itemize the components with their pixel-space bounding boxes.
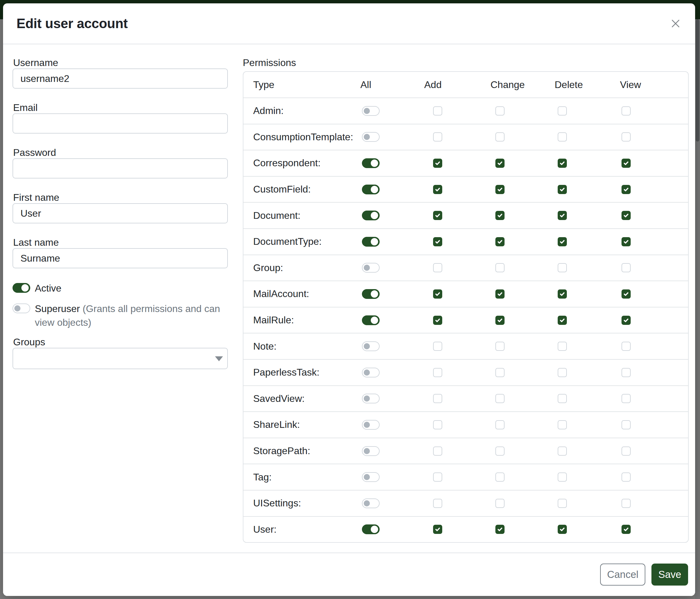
permission-add-checkbox[interactable]	[433, 499, 442, 508]
permission-add-checkbox[interactable]	[433, 473, 442, 482]
permission-view-checkbox[interactable]	[622, 106, 631, 116]
permission-add-checkbox[interactable]	[433, 289, 442, 298]
permission-view-checkbox[interactable]	[622, 499, 631, 508]
permission-view-checkbox[interactable]	[622, 342, 631, 351]
permission-change-checkbox[interactable]	[495, 525, 504, 534]
permission-all-toggle[interactable]	[362, 237, 380, 247]
permission-add-checkbox[interactable]	[433, 447, 442, 456]
username-input[interactable]	[12, 69, 228, 89]
permission-change-checkbox[interactable]	[495, 289, 504, 298]
permission-change-checkbox[interactable]	[495, 394, 504, 403]
permission-add-checkbox[interactable]	[433, 132, 442, 142]
close-button[interactable]	[667, 15, 684, 32]
permission-view-checkbox[interactable]	[622, 368, 631, 377]
permission-add-checkbox[interactable]	[433, 159, 442, 168]
save-button[interactable]: Save	[651, 564, 688, 585]
permission-view-checkbox[interactable]	[622, 289, 631, 298]
permission-all-toggle[interactable]	[362, 315, 380, 325]
permission-add-checkbox[interactable]	[433, 106, 442, 116]
permission-delete-checkbox[interactable]	[558, 289, 567, 298]
permission-add-checkbox[interactable]	[433, 263, 442, 272]
permission-change-checkbox[interactable]	[495, 132, 504, 142]
permission-view-checkbox[interactable]	[622, 211, 631, 220]
permission-delete-checkbox[interactable]	[558, 106, 567, 116]
permission-add-checkbox[interactable]	[433, 211, 442, 220]
permission-delete-checkbox[interactable]	[558, 420, 567, 429]
permission-delete-checkbox[interactable]	[558, 316, 567, 325]
permission-change-checkbox[interactable]	[495, 237, 504, 246]
permission-view-checkbox[interactable]	[622, 159, 631, 168]
permission-change-checkbox[interactable]	[495, 473, 504, 482]
permission-add-checkbox[interactable]	[433, 185, 442, 194]
permission-all-toggle[interactable]	[362, 524, 380, 534]
check-icon	[434, 317, 441, 324]
email-input[interactable]	[12, 113, 228, 134]
permission-change-checkbox[interactable]	[495, 499, 504, 508]
permission-add-checkbox[interactable]	[433, 394, 442, 403]
permission-all-toggle[interactable]	[362, 446, 380, 456]
permission-change-checkbox[interactable]	[495, 368, 504, 377]
permission-change-checkbox[interactable]	[495, 185, 504, 194]
permission-delete-checkbox[interactable]	[558, 211, 567, 220]
permission-all-toggle[interactable]	[362, 420, 380, 430]
permission-change-checkbox[interactable]	[495, 342, 504, 351]
permission-add-checkbox[interactable]	[433, 525, 442, 534]
permission-all-toggle[interactable]	[362, 393, 380, 403]
permission-all-toggle[interactable]	[362, 132, 380, 142]
permission-view-checkbox[interactable]	[622, 420, 631, 429]
permission-change-checkbox[interactable]	[495, 159, 504, 168]
permission-delete-checkbox[interactable]	[558, 499, 567, 508]
password-input[interactable]	[12, 158, 228, 178]
permission-delete-checkbox[interactable]	[558, 473, 567, 482]
permission-all-toggle[interactable]	[362, 341, 380, 351]
last-name-input[interactable]	[12, 248, 228, 268]
permissions-table-header: TypeAllAddChangeDeleteView	[243, 72, 688, 97]
permission-change-checkbox[interactable]	[495, 211, 504, 220]
permission-view-checkbox[interactable]	[622, 237, 631, 246]
permission-row: MailRule:	[243, 307, 688, 333]
permission-delete-checkbox[interactable]	[558, 394, 567, 403]
permission-all-toggle[interactable]	[362, 106, 380, 116]
permission-all-toggle[interactable]	[362, 289, 380, 299]
permission-delete-checkbox[interactable]	[558, 159, 567, 168]
permission-view-checkbox[interactable]	[622, 263, 631, 272]
permission-all-toggle[interactable]	[362, 499, 380, 508]
permission-all-toggle[interactable]	[362, 472, 380, 482]
permission-add-checkbox[interactable]	[433, 368, 442, 377]
permission-view-checkbox[interactable]	[622, 185, 631, 194]
superuser-toggle[interactable]	[12, 304, 30, 313]
permission-delete-checkbox[interactable]	[558, 368, 567, 377]
permission-view-checkbox[interactable]	[622, 447, 631, 456]
groups-select[interactable]	[12, 348, 228, 369]
permission-all-toggle[interactable]	[362, 158, 380, 168]
permission-change-checkbox[interactable]	[495, 447, 504, 456]
permission-add-checkbox[interactable]	[433, 237, 442, 246]
permission-delete-checkbox[interactable]	[558, 447, 567, 456]
permission-add-checkbox[interactable]	[433, 342, 442, 351]
permission-add-checkbox[interactable]	[433, 316, 442, 325]
permission-type-label: PaperlessTask:	[253, 367, 320, 378]
first-name-input[interactable]	[12, 203, 228, 223]
permission-delete-checkbox[interactable]	[558, 185, 567, 194]
permission-delete-checkbox[interactable]	[558, 132, 567, 142]
permission-change-checkbox[interactable]	[495, 316, 504, 325]
permission-all-toggle[interactable]	[362, 185, 380, 194]
cancel-button[interactable]: Cancel	[600, 564, 645, 585]
permission-all-toggle[interactable]	[362, 368, 380, 378]
permission-view-checkbox[interactable]	[622, 473, 631, 482]
permission-add-checkbox[interactable]	[433, 420, 442, 429]
permission-view-checkbox[interactable]	[622, 525, 631, 534]
permission-delete-checkbox[interactable]	[558, 525, 567, 534]
permission-view-checkbox[interactable]	[622, 132, 631, 142]
permission-change-checkbox[interactable]	[495, 420, 504, 429]
active-toggle[interactable]	[12, 283, 30, 293]
permission-change-checkbox[interactable]	[495, 106, 504, 116]
permission-view-checkbox[interactable]	[622, 394, 631, 403]
permission-all-toggle[interactable]	[362, 263, 380, 272]
permission-change-checkbox[interactable]	[495, 263, 504, 272]
permission-all-toggle[interactable]	[362, 211, 380, 220]
permission-delete-checkbox[interactable]	[558, 342, 567, 351]
permission-view-checkbox[interactable]	[622, 316, 631, 325]
permission-delete-checkbox[interactable]	[558, 237, 567, 246]
permission-delete-checkbox[interactable]	[558, 263, 567, 272]
